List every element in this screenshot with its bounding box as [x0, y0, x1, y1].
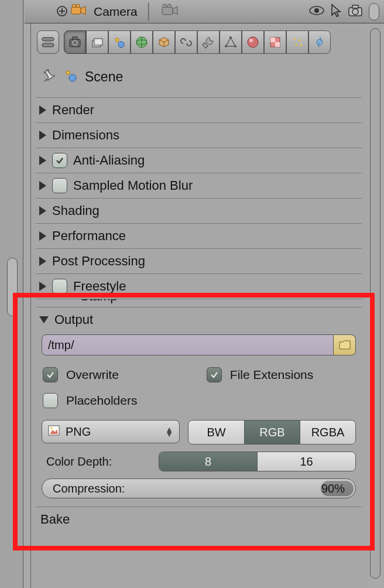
- color-mode-rgba[interactable]: RGBA: [300, 421, 355, 444]
- panel-label: Anti-Aliasing: [73, 153, 145, 168]
- panel-dimensions[interactable]: Dimensions: [36, 122, 362, 148]
- tab-render[interactable]: [64, 30, 86, 54]
- color-mode-rgb[interactable]: RGB: [244, 421, 300, 444]
- color-depth-8[interactable]: 8: [159, 452, 257, 471]
- color-mode-bw[interactable]: BW: [188, 421, 244, 444]
- updown-icon: ▲▼: [165, 427, 173, 436]
- compression-label: Compression:: [53, 482, 125, 495]
- svg-rect-3: [71, 7, 81, 14]
- expand-icon[interactable]: [57, 6, 67, 19]
- output-path-input[interactable]: /tmp/: [42, 334, 334, 355]
- svg-point-10: [167, 4, 171, 8]
- panel-output-header[interactable]: Output: [39, 312, 358, 327]
- color-depth-label: Color Depth:: [42, 455, 159, 469]
- disclosure-right-icon: [39, 156, 46, 165]
- scene-icon: [64, 69, 78, 85]
- active-object-label[interactable]: Camera: [94, 5, 138, 19]
- cursor-select-icon[interactable]: [330, 4, 342, 20]
- disclosure-right-icon: [39, 231, 46, 241]
- disclosure-right-icon: [39, 206, 46, 216]
- svg-point-24: [118, 42, 124, 47]
- panel-label: Output: [54, 312, 93, 327]
- panel-label: Post Processing: [52, 254, 145, 269]
- panel-performance[interactable]: Performance: [36, 223, 362, 248]
- tab-texture[interactable]: [264, 30, 286, 54]
- properties-header: Camera │: [25, 0, 384, 23]
- panel-freestyle[interactable]: Freestyle: [36, 274, 362, 299]
- tab-modifiers[interactable]: [197, 30, 220, 54]
- color-mode-segment: BW RGB RGBA: [188, 420, 356, 445]
- overwrite-checkbox[interactable]: [43, 367, 58, 382]
- motionblur-checkbox[interactable]: [52, 178, 67, 193]
- panel-bake[interactable]: Bake: [36, 507, 362, 532]
- panel-antialiasing[interactable]: Anti-Aliasing: [36, 148, 362, 173]
- svg-point-32: [225, 45, 227, 47]
- panel-label: Freestyle: [73, 279, 126, 294]
- svg-point-44: [66, 71, 70, 74]
- tab-world[interactable]: [131, 30, 153, 54]
- properties-tabs: [31, 23, 366, 60]
- camera-data-icon[interactable]: [161, 3, 179, 20]
- panel-label: Shading: [52, 203, 100, 218]
- panel-sections: Render Dimensions Anti-Aliasing Sampled …: [31, 97, 366, 532]
- render-camera-icon[interactable]: [348, 4, 363, 19]
- disclosure-right-icon: [39, 257, 46, 266]
- svg-rect-16: [42, 37, 54, 41]
- tab-constraints[interactable]: [175, 30, 197, 54]
- svg-point-45: [69, 74, 76, 81]
- file-browser-button[interactable]: [334, 334, 356, 355]
- svg-point-40: [295, 43, 297, 46]
- tab-object-data[interactable]: [220, 30, 242, 54]
- panel-render[interactable]: Render: [36, 97, 362, 122]
- panel-label: Dimensions: [52, 128, 119, 143]
- svg-point-41: [300, 44, 302, 46]
- svg-point-6: [76, 4, 80, 8]
- freestyle-checkbox[interactable]: [52, 279, 67, 294]
- file-extensions-checkbox[interactable]: [207, 367, 222, 382]
- panel-motion-blur[interactable]: Sampled Motion Blur: [36, 173, 362, 198]
- disclosure-right-icon: [39, 105, 46, 115]
- pin-icon[interactable]: [42, 68, 57, 86]
- placeholders-checkbox[interactable]: [43, 393, 58, 408]
- compression-value: 90%: [321, 482, 345, 495]
- svg-point-31: [234, 45, 236, 47]
- color-depth-16[interactable]: 16: [257, 452, 355, 471]
- context-row: Scene: [31, 60, 366, 97]
- svg-rect-20: [73, 37, 77, 40]
- svg-rect-37: [275, 42, 280, 47]
- region-drag-handle[interactable]: [369, 3, 379, 20]
- svg-rect-36: [270, 37, 275, 42]
- tab-material[interactable]: [242, 30, 264, 54]
- tab-scene[interactable]: [108, 30, 131, 54]
- panel-shading[interactable]: Shading: [36, 198, 362, 223]
- scene-name[interactable]: Scene: [85, 69, 123, 85]
- antialiasing-checkbox[interactable]: [52, 153, 67, 168]
- image-format-icon: [48, 425, 60, 439]
- panel-stamp[interactable]: Stamp: [36, 299, 362, 307]
- tab-object[interactable]: [153, 30, 175, 54]
- folder-icon: [338, 340, 351, 350]
- panel-post-processing[interactable]: Post Processing: [36, 248, 362, 274]
- properties-scrollbar[interactable]: [370, 28, 380, 579]
- eye-visibility-icon[interactable]: [309, 5, 324, 18]
- timeline-scrollbar[interactable]: [7, 258, 18, 316]
- svg-marker-8: [173, 6, 177, 15]
- svg-rect-22: [94, 39, 102, 45]
- disclosure-down-icon: [39, 316, 49, 323]
- tab-render-layers[interactable]: [86, 30, 108, 54]
- tab-physics[interactable]: [308, 30, 331, 54]
- panel-output: Output /tmp/ Overwrite File E: [36, 307, 362, 507]
- tab-particles[interactable]: [286, 30, 308, 54]
- properties-panel: Scene Render Dimensions Anti-Aliasing Sa…: [30, 23, 366, 588]
- svg-point-23: [115, 38, 119, 42]
- editor-type-button[interactable]: [37, 30, 59, 54]
- svg-line-43: [44, 79, 47, 81]
- editor-type-strip: [0, 0, 23, 588]
- placeholders-label: Placeholders: [66, 394, 137, 408]
- svg-point-9: [163, 4, 166, 8]
- file-format-dropdown[interactable]: PNG ▲▼: [42, 420, 180, 443]
- panel-label: Performance: [52, 228, 126, 244]
- compression-slider[interactable]: Compression: 90%: [42, 478, 356, 498]
- svg-point-12: [314, 8, 319, 13]
- breadcrumb-separator: │: [145, 2, 154, 20]
